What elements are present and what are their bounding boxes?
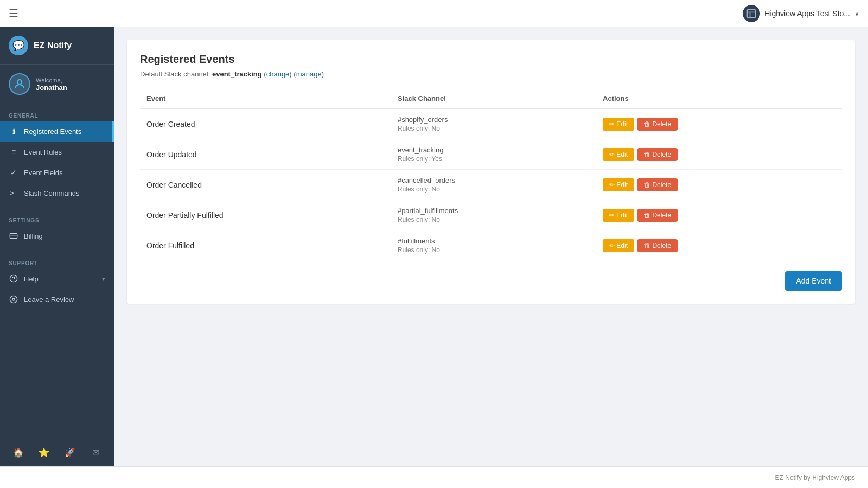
manage-link[interactable]: manage <box>296 70 322 78</box>
check-icon: ✓ <box>9 168 18 177</box>
change-link[interactable]: change <box>266 70 290 78</box>
sidebar-item-event-rules[interactable]: ≡ Event Rules <box>0 142 114 162</box>
table-row: Order Created#shopify_ordersRules only: … <box>140 108 842 139</box>
header-left: ☰ <box>9 7 18 20</box>
rocket-footer-icon[interactable]: 🚀 <box>61 444 79 461</box>
store-name: Highview Apps Test Sto... <box>764 9 850 18</box>
terminal-icon: >_ <box>9 188 18 198</box>
sidebar-brand: 💬 EZ Notify <box>0 27 114 65</box>
table-row: Order Cancelled#cancelled_ordersRules on… <box>140 170 842 200</box>
user-info: Welcome, Jonathan <box>36 77 67 92</box>
actions-cell: ✏ Edit 🗑 Delete <box>596 200 842 230</box>
actions-cell: ✏ Edit 🗑 Delete <box>596 230 842 261</box>
sidebar-footer: 🏠 ⭐ 🚀 ✉ <box>0 438 114 466</box>
page-title: Registered Events <box>140 53 842 66</box>
sidebar: 💬 EZ Notify Welcome, Jonathan GENERAL ℹ <box>0 27 114 466</box>
channel-name: event_tracking <box>398 146 590 154</box>
channel-name: #shopify_orders <box>398 115 590 124</box>
help-expand-arrow: ▾ <box>102 275 105 282</box>
hamburger-icon[interactable]: ☰ <box>9 7 18 20</box>
edit-button-3[interactable]: ✏ Edit <box>603 209 634 222</box>
add-event-button[interactable]: Add Event <box>785 271 842 291</box>
mail-footer-icon[interactable]: ✉ <box>87 444 104 461</box>
edit-button-2[interactable]: ✏ Edit <box>603 178 634 191</box>
delete-button-3[interactable]: 🗑 Delete <box>637 209 678 222</box>
table-row: Order Updatedevent_trackingRules only: Y… <box>140 139 842 170</box>
event-name-cell: Order Updated <box>140 139 391 170</box>
event-name: Order Partially Fulfilled <box>146 211 385 220</box>
sidebar-item-help[interactable]: Help ▾ <box>0 268 114 289</box>
default-channel: event_tracking <box>212 70 262 78</box>
nav-settings: SETTINGS Billing <box>0 209 114 252</box>
star-footer-icon[interactable]: ⭐ <box>35 444 53 461</box>
svg-rect-2 <box>10 233 17 238</box>
home-footer-icon[interactable]: 🏠 <box>10 444 27 461</box>
nav-label-event-fields: Event Fields <box>24 169 63 177</box>
event-name: Order Created <box>146 120 385 129</box>
sidebar-item-slash-commands[interactable]: >_ Slash Commands <box>0 183 114 203</box>
sidebar-item-billing[interactable]: Billing <box>0 226 114 246</box>
support-label: SUPPORT <box>0 257 114 268</box>
channel-name: #cancelled_orders <box>398 176 590 184</box>
store-avatar <box>743 5 760 22</box>
layout: 💬 EZ Notify Welcome, Jonathan GENERAL ℹ <box>0 27 868 466</box>
subtitle-prefix: Default Slack channel: <box>140 70 210 78</box>
store-dropdown-arrow[interactable]: ∨ <box>854 10 859 17</box>
actions-cell: ✏ Edit 🗑 Delete <box>596 108 842 139</box>
event-name: Order Updated <box>146 150 385 159</box>
actions-cell: ✏ Edit 🗑 Delete <box>596 139 842 170</box>
nav-label-billing: Billing <box>24 232 43 240</box>
col-header-channel: Slack Channel <box>391 89 596 108</box>
nav-support: SUPPORT Help ▾ Leave a <box>0 252 114 315</box>
nav-label-leave-review: Leave a Review <box>24 296 74 304</box>
event-name-cell: Order Created <box>140 108 391 139</box>
col-header-event: Event <box>140 89 391 108</box>
sidebar-item-registered-events[interactable]: ℹ Registered Events <box>0 121 114 142</box>
action-buttons: ✏ Edit 🗑 Delete <box>603 148 835 161</box>
user-name: Jonathan <box>36 84 67 92</box>
event-name-cell: Order Fulfilled <box>140 230 391 261</box>
col-header-actions: Actions <box>596 89 842 108</box>
app-name: EZ Notify <box>34 41 72 50</box>
delete-button-0[interactable]: 🗑 Delete <box>637 118 678 131</box>
nav-label-help: Help <box>24 275 39 283</box>
rules-only: Rules only: No <box>398 185 590 193</box>
delete-button-1[interactable]: 🗑 Delete <box>637 148 678 161</box>
nav-label-slash-commands: Slash Commands <box>24 189 80 197</box>
actions-cell: ✏ Edit 🗑 Delete <box>596 170 842 200</box>
rules-only: Rules only: Yes <box>398 155 590 163</box>
action-buttons: ✏ Edit 🗑 Delete <box>603 118 835 131</box>
edit-button-1[interactable]: ✏ Edit <box>603 148 634 161</box>
rules-only: Rules only: No <box>398 216 590 223</box>
channel-cell: #shopify_ordersRules only: No <box>391 108 596 139</box>
footer-text: EZ Notify by Highview Apps <box>775 474 855 481</box>
rules-only: Rules only: No <box>398 125 590 132</box>
billing-icon <box>9 231 18 241</box>
top-header: ☰ Highview Apps Test Sto... ∨ <box>0 0 868 27</box>
channel-cell: #partial_fulfillmentsRules only: No <box>391 200 596 230</box>
delete-button-4[interactable]: 🗑 Delete <box>637 239 678 252</box>
table-row: Order Partially Fulfilled#partial_fulfil… <box>140 200 842 230</box>
svg-point-4 <box>10 296 17 303</box>
channel-name: #fulfillments <box>398 237 590 245</box>
user-section: Welcome, Jonathan <box>0 65 114 104</box>
edit-button-0[interactable]: ✏ Edit <box>603 118 634 131</box>
help-icon <box>9 274 18 284</box>
info-icon: ℹ <box>9 126 18 136</box>
edit-button-4[interactable]: ✏ Edit <box>603 239 634 252</box>
sidebar-item-leave-review[interactable]: Leave a Review <box>0 289 114 310</box>
sidebar-item-event-fields[interactable]: ✓ Event Fields <box>0 162 114 183</box>
event-name: Order Cancelled <box>146 181 385 189</box>
add-event-row: Add Event <box>140 271 842 291</box>
action-buttons: ✏ Edit 🗑 Delete <box>603 209 835 222</box>
event-name-cell: Order Cancelled <box>140 170 391 200</box>
page-footer: EZ Notify by Highview Apps <box>0 466 868 488</box>
main-content: Registered Events Default Slack channel:… <box>114 27 868 466</box>
welcome-text: Welcome, <box>36 77 67 84</box>
review-icon <box>9 294 18 304</box>
user-avatar <box>9 73 30 95</box>
rules-only: Rules only: No <box>398 246 590 254</box>
delete-button-2[interactable]: 🗑 Delete <box>637 178 678 191</box>
brand-icon: 💬 <box>9 36 28 55</box>
channel-cell: #cancelled_ordersRules only: No <box>391 170 596 200</box>
